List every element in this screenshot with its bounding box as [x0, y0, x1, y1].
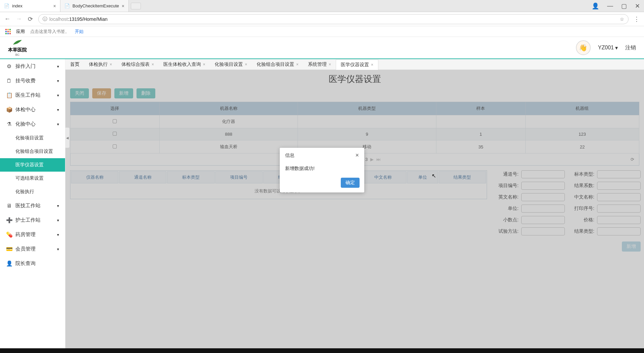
row-checkbox[interactable] [113, 132, 117, 136]
sidebar-item-label: 药房管理 [15, 231, 36, 238]
close-icon[interactable]: × [53, 3, 56, 9]
save-button[interactable]: 保存 [92, 88, 111, 98]
apps-label[interactable]: 应用 [16, 29, 25, 35]
sidebar-item[interactable]: 📋医生工作站▾ [0, 88, 65, 102]
sidebar-collapse-handle[interactable]: ◀ [65, 128, 69, 148]
bookmark-star-icon[interactable]: ☆ [620, 16, 624, 22]
back-icon[interactable]: ← [4, 15, 11, 23]
sidebar-item[interactable]: 💊药房管理▾ [0, 227, 65, 242]
form-label: 价格: [568, 217, 594, 223]
table-row[interactable]: 88891123 [70, 128, 639, 140]
page-title: 医学仪器设置 [70, 73, 639, 85]
avatar[interactable]: 👋 [576, 40, 591, 55]
cell-sample [436, 115, 526, 128]
result-coef-input[interactable] [597, 182, 641, 190]
page-tabbar: 首页体检执行×体检综合报表×医生体检收入查询×化验项目设置×化验组合项目设置×系… [65, 59, 644, 70]
page-tab[interactable]: 系统管理× [303, 59, 336, 70]
en-name-input[interactable] [521, 193, 565, 201]
minimize-icon[interactable]: — [607, 2, 613, 9]
tab-close-icon[interactable]: × [329, 62, 331, 67]
page-tab[interactable]: 医生体检收入查询× [159, 59, 210, 70]
table-header: 机器类型 [298, 102, 436, 115]
tab-close-icon[interactable]: × [371, 62, 373, 67]
row-checkbox[interactable] [113, 144, 117, 148]
menu-icon[interactable]: ⋮ [633, 15, 640, 23]
dialog-message: 新增数据成功! [280, 163, 364, 178]
page-tab[interactable]: 体检综合报表× [117, 59, 159, 70]
url-bar: ← → ⟳ ⓘ localhost:13195/Home/Mian ☆ ⋮ [0, 12, 644, 26]
page-tab[interactable]: 化验组合项目设置× [252, 59, 303, 70]
print-order-input[interactable] [597, 205, 641, 213]
close-icon[interactable]: × [122, 3, 124, 9]
sidebar-subitem[interactable]: 化验组合项目设置 [0, 145, 65, 158]
page-tab[interactable]: 医学仪器设置× [336, 59, 378, 70]
sidebar-item[interactable]: 💳会员管理▾ [0, 242, 65, 256]
apps-icon[interactable] [5, 29, 11, 34]
maximize-icon[interactable]: ▢ [621, 2, 627, 10]
hospital-name: 本草医院 [8, 47, 27, 53]
subtable-header: 仪器名称 [71, 171, 118, 183]
sidebar-item[interactable]: ⚙操作入门▾ [0, 59, 65, 74]
delete-button[interactable]: 删除 [137, 88, 155, 98]
spec-type-input[interactable] [597, 170, 641, 178]
table-header: 选择 [70, 102, 160, 115]
browser-tab-1[interactable]: 📄 BodyCheckItemExecute × [60, 0, 129, 12]
refresh-icon[interactable]: ⟳ [631, 157, 634, 162]
table-header: 样本 [436, 102, 526, 115]
sidebar-subitem[interactable]: 化验项目设置 [0, 131, 65, 145]
tab-close-icon[interactable]: × [152, 62, 154, 67]
bookmark-bar: 应用 点击这里导入书签。 开始 [0, 26, 644, 37]
close-button[interactable]: 关闭 [70, 88, 89, 98]
unit-input[interactable] [521, 205, 565, 213]
sidebar-item[interactable]: 📦体检中心▾ [0, 102, 65, 117]
page-tab[interactable]: 首页 [65, 59, 84, 70]
sidebar-item[interactable]: 🖥医技工作站▾ [0, 198, 65, 213]
sidebar-subitem[interactable]: 医学仪器设置 [0, 158, 65, 172]
new-button[interactable]: 新增 [114, 88, 133, 98]
sidebar-icon: ⚙ [6, 63, 12, 70]
cn-name-input[interactable] [597, 193, 641, 201]
method-input[interactable] [521, 227, 565, 235]
sidebar-item[interactable]: 👤院长查询 [0, 256, 65, 271]
row-checkbox[interactable] [113, 119, 117, 123]
reload-icon[interactable]: ⟳ [27, 15, 34, 23]
channel-input[interactable] [521, 170, 565, 178]
table-row[interactable]: 化疗器 [70, 115, 639, 128]
sidebar-item[interactable]: 🗒挂号收费▾ [0, 74, 65, 88]
decimal-input[interactable] [521, 216, 565, 224]
new-tab-button[interactable] [131, 3, 141, 9]
start-link[interactable]: 开始 [75, 29, 84, 35]
result-type-input[interactable] [597, 227, 641, 235]
page-tab[interactable]: 体检执行× [84, 59, 117, 70]
account-icon[interactable]: 👤 [592, 2, 599, 10]
sidebar-subitem[interactable]: 化验执行 [0, 185, 65, 198]
cell-group: 22 [525, 140, 639, 153]
tab-close-icon[interactable]: × [296, 62, 299, 67]
dialog-close-icon[interactable]: × [355, 152, 359, 159]
empty-message: 没有数据可以用于显示。 [71, 184, 486, 198]
pager-last-icon[interactable]: ⏭ [376, 157, 381, 162]
dialog-ok-button[interactable]: 确定 [341, 178, 360, 188]
sidebar: ⚙操作入门▾🗒挂号收费▾📋医生工作站▾📦体检中心▾⚗化验中心▾化验项目设置化验组… [0, 59, 65, 348]
tab-close-icon[interactable]: × [110, 62, 112, 67]
tab-close-icon[interactable]: × [245, 62, 247, 67]
price-input[interactable] [597, 216, 641, 224]
logout-link[interactable]: 注销 [625, 44, 636, 51]
table-header: 机器组 [525, 102, 639, 115]
sidebar-icon: ➕ [6, 217, 12, 223]
proj-no-input[interactable] [521, 182, 565, 190]
form-submit-button[interactable]: 新增 [622, 241, 641, 252]
user-dropdown[interactable]: YZ001 ▾ [598, 45, 618, 51]
sidebar-item[interactable]: ⚗化验中心▾ [0, 117, 65, 131]
sidebar-icon: 📋 [6, 92, 12, 98]
pager-next-icon[interactable]: ▶ [370, 157, 374, 162]
page-tab[interactable]: 化验项目设置× [210, 59, 252, 70]
sidebar-item[interactable]: ➕护士工作站▾ [0, 213, 65, 227]
chevron-down-icon: ▾ [57, 64, 59, 69]
tab-close-icon[interactable]: × [203, 62, 205, 67]
sidebar-item-label: 院长查询 [15, 260, 36, 267]
address-input[interactable]: ⓘ localhost:13195/Home/Mian ☆ [38, 14, 629, 24]
sidebar-subitem[interactable]: 可选结果设置 [0, 172, 65, 185]
window-close-icon[interactable]: ✕ [635, 2, 640, 10]
browser-tab-0[interactable]: 📄 index × [0, 0, 60, 12]
